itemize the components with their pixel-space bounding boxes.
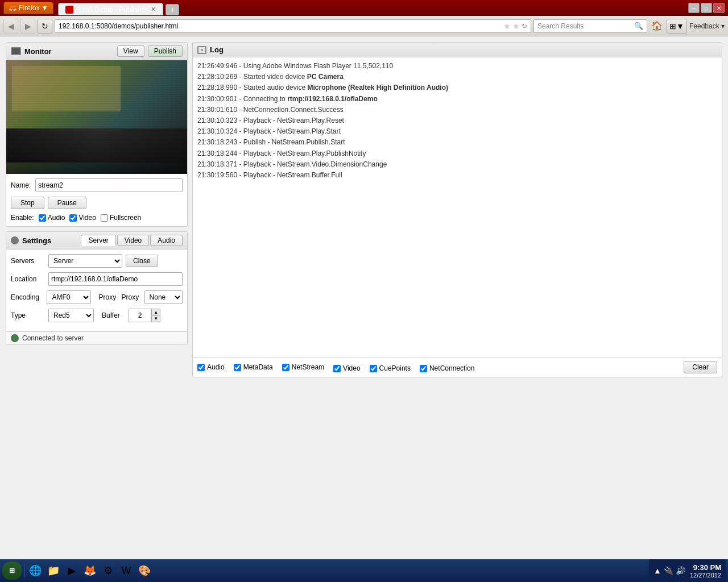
monitor-panel: Monitor View Publish Name: (6, 42, 188, 227)
buffer-up-button[interactable]: ▲ (151, 309, 160, 315)
fullscreen-checkbox[interactable] (101, 214, 108, 222)
video-checkbox[interactable] (69, 214, 77, 222)
cuepoints-filter[interactable]: CuePoints (370, 364, 411, 372)
audio-checkbox[interactable] (39, 214, 46, 222)
close-connection-button[interactable]: Close (126, 255, 158, 267)
view-button[interactable]: View (117, 45, 144, 57)
buffer-label: Buffer (102, 311, 120, 319)
log-entry: 21:28:10:269 - Started video device PC C… (197, 72, 717, 82)
firefox-dropdown-arrow: ▼ (42, 4, 48, 12)
taskbar-icon-firefox[interactable]: 🦊 (81, 562, 98, 579)
netstream-filter-checkbox[interactable] (282, 364, 289, 371)
netconnection-filter-label: NetConnection (429, 364, 474, 372)
back-button[interactable]: ◀ (3, 19, 18, 34)
settings-tabs: Server Video Audio (81, 235, 183, 246)
clock-time: 9:30 PM (690, 563, 721, 572)
search-bar[interactable]: Search Results 🔍 (533, 19, 647, 33)
new-tab-button[interactable]: + (166, 4, 179, 15)
taskbar-separator (24, 564, 24, 577)
tray-icons: ▲ 🔌 🔊 (653, 566, 685, 575)
taskbar-icon-paint[interactable]: 🎨 (136, 562, 153, 579)
content-area: Monitor View Publish Name: (0, 36, 728, 559)
forward-button[interactable]: ▶ (20, 19, 35, 34)
bookmark-icon[interactable]: ★ (503, 22, 511, 31)
right-panel: ≡ Log 21:26:49:946 - Using Adobe Windows… (192, 42, 722, 377)
tab-title: Red5 Demo - Publisher (77, 6, 148, 14)
firefox-menu-button[interactable]: 🦊 Firefox ▼ (3, 2, 53, 14)
taskbar-icon-media[interactable]: ▶ (63, 562, 80, 579)
taskbar-icon-word[interactable]: W (118, 562, 135, 579)
left-panel: Monitor View Publish Name: (6, 42, 188, 377)
location-input[interactable] (48, 272, 183, 286)
video-checkbox-label[interactable]: Video (69, 214, 96, 222)
reload-button[interactable]: ↻ (38, 19, 52, 34)
type-select[interactable]: Red5 (48, 309, 94, 322)
log-header: ≡ Log (193, 43, 722, 57)
log-entry: 21:30:10:324 - Playback - NetStream.Play… (197, 126, 717, 137)
proxy-select[interactable]: None (144, 290, 183, 304)
address-bar[interactable]: 192.168.0.1:5080/demos/publisher.html ★ … (55, 19, 531, 33)
search-icon[interactable]: 🔍 (634, 22, 643, 30)
buffer-spinbox: ▲ ▼ (129, 309, 160, 322)
video-filter-checkbox[interactable] (333, 365, 341, 372)
bookmark-btn[interactable]: ⊞▼ (667, 19, 687, 34)
audio-filter-label: Audio (207, 363, 225, 371)
taskbar-icon-ie[interactable]: 🌐 (27, 562, 44, 579)
log-footer: Audio MetaData NetStream (193, 357, 722, 377)
fullscreen-checkbox-label[interactable]: Fullscreen (101, 214, 141, 222)
control-buttons-row: Stop Pause (11, 197, 183, 209)
tray-icon-volume[interactable]: 🔊 (676, 566, 685, 575)
taskbar-icon-settings[interactable]: ⚙ (100, 562, 117, 579)
tab-audio[interactable]: Audio (150, 235, 183, 246)
cuepoints-filter-checkbox[interactable] (370, 365, 377, 372)
log-icon: ≡ (197, 46, 206, 54)
location-label: Location (11, 275, 45, 283)
audio-filter-checkbox[interactable] (197, 364, 205, 371)
feedback-button[interactable]: Feedback ▾ (689, 22, 725, 30)
active-tab[interactable]: Red5 Demo - Publisher ✕ (58, 3, 164, 15)
tab-server[interactable]: Server (81, 235, 115, 246)
netstream-filter[interactable]: NetStream (282, 362, 324, 372)
metadata-filter[interactable]: MetaData (234, 362, 273, 372)
tab-favicon (65, 6, 73, 14)
name-row: Name: (11, 178, 183, 192)
buffer-input[interactable] (129, 309, 151, 322)
start-button[interactable]: ⊞ (2, 562, 22, 580)
netconnection-filter[interactable]: NetConnection (420, 364, 474, 372)
reload-icon[interactable]: ↻ (522, 22, 527, 30)
type-label: Type (11, 311, 45, 319)
tray-icon-up[interactable]: ▲ (653, 566, 661, 575)
connection-status-icon (11, 334, 19, 342)
maximize-button[interactable]: □ (701, 3, 712, 13)
encoding-select[interactable]: AMF0 (47, 290, 90, 304)
app-container: Monitor View Publish Name: (6, 42, 722, 377)
home-button[interactable]: 🏠 (650, 19, 664, 34)
url-text: 192.168.0.1:5080/demos/publisher.html (59, 22, 503, 30)
settings-content: Servers Server Close Location Encoding (6, 250, 187, 331)
bookmark-icon-2[interactable]: ★ (512, 22, 520, 31)
audio-checkbox-label[interactable]: Audio (39, 214, 65, 222)
audio-filter[interactable]: Audio (197, 362, 225, 372)
stream-name-input[interactable] (35, 178, 183, 192)
clear-log-button[interactable]: Clear (684, 361, 717, 373)
stop-button[interactable]: Stop (11, 197, 44, 209)
tab-video[interactable]: Video (117, 235, 149, 246)
log-entry: 21:30:00:901 - Connecting to rtmp://192.… (197, 94, 717, 105)
servers-select[interactable]: Server (48, 254, 122, 268)
firefox-logo: 🦊 (9, 4, 17, 12)
video-filter-label: Video (343, 364, 360, 372)
metadata-filter-checkbox[interactable] (234, 364, 241, 371)
encoding-label: Encoding (11, 293, 43, 301)
tray-icon-network[interactable]: 🔌 (664, 566, 673, 575)
buffer-down-button[interactable]: ▼ (151, 315, 160, 322)
pause-button[interactable]: Pause (48, 197, 86, 209)
metadata-filter-label: MetaData (243, 363, 273, 371)
netconnection-filter-checkbox[interactable] (420, 365, 427, 372)
minimize-button[interactable]: ─ (688, 3, 700, 13)
system-clock[interactable]: 9:30 PM 12/27/2012 (690, 563, 721, 579)
video-filter[interactable]: Video (333, 364, 360, 372)
close-button[interactable]: ✕ (713, 3, 725, 13)
publish-button[interactable]: Publish (148, 45, 183, 57)
tab-close-icon[interactable]: ✕ (151, 6, 156, 13)
taskbar-icon-folder[interactable]: 📁 (45, 562, 62, 579)
